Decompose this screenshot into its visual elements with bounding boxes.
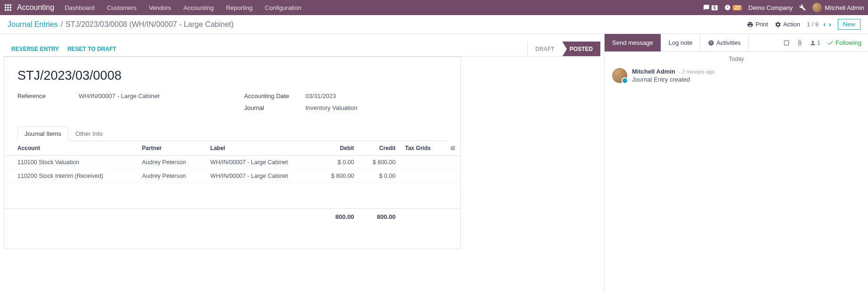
cell-account[interactable]: 110200 Stock Interim (Received)	[4, 169, 137, 183]
col-credit[interactable]: Credit	[359, 141, 400, 156]
action-label: Action	[783, 21, 800, 28]
avatar	[812, 3, 822, 12]
action-button[interactable]: Action	[775, 21, 800, 28]
breadcrumb-current: STJ/2023/03/0008 (WH/IN/00007 - Large Ca…	[66, 20, 234, 29]
cell-debit[interactable]: $ 800.00	[317, 169, 359, 183]
cell-account[interactable]: 110100 Stock Valuation	[4, 156, 137, 169]
col-tax[interactable]: Tax Grids	[400, 141, 445, 156]
navbar: Accounting Dashboard Customers Vendors A…	[0, 0, 868, 15]
svg-rect-0	[5, 4, 7, 6]
svg-rect-2	[10, 4, 12, 6]
message-time: - 2 minutes ago	[679, 69, 715, 75]
nav-reporting[interactable]: Reporting	[226, 4, 253, 11]
nav-configuration[interactable]: Configuration	[265, 4, 301, 11]
message-author[interactable]: Mitchell Admin	[632, 68, 675, 75]
status-posted[interactable]: POSTED	[562, 42, 600, 56]
followers-count: 1	[817, 39, 820, 46]
cell-tax[interactable]	[400, 169, 445, 183]
record-title: STJ/2023/03/0008	[17, 68, 447, 83]
user-name: Mitchell Admin	[825, 4, 864, 11]
status-widget: DRAFT POSTED	[527, 42, 600, 56]
cell-label[interactable]: WH/IN/00007 - Large Cabinet	[205, 156, 317, 169]
form-sheet: STJ/2023/03/0008 Reference WH/IN/00007 -…	[4, 57, 461, 249]
cell-tax[interactable]	[400, 156, 445, 169]
activities-indicator[interactable]: 27	[724, 4, 742, 11]
apps-icon[interactable]	[4, 3, 12, 12]
following-button[interactable]: Following	[827, 39, 861, 46]
nav-menu: Dashboard Customers Vendors Accounting R…	[65, 4, 301, 11]
col-account[interactable]: Account	[4, 141, 137, 156]
svg-rect-5	[10, 7, 12, 8]
activities-label: Activities	[716, 39, 740, 46]
company-switcher[interactable]: Demo Company	[748, 4, 793, 11]
send-message-button[interactable]: Send message	[605, 34, 661, 51]
accounting-date-label: Accounting Date	[244, 92, 305, 100]
nav-customers[interactable]: Customers	[107, 4, 137, 11]
sheet-tabs: Journal Items Other Info	[17, 126, 447, 141]
nav-vendors[interactable]: Vendors	[149, 4, 172, 11]
nav-accounting[interactable]: Accounting	[183, 4, 213, 11]
statusbar: REVERSE ENTRY RESET TO DRAFT DRAFT POSTE…	[4, 42, 600, 57]
user-menu[interactable]: Mitchell Admin	[812, 3, 864, 12]
reference-value[interactable]: WH/IN/00007 - Large Cabinet	[79, 92, 159, 100]
total-debit: 800.00	[317, 209, 359, 226]
journal-value[interactable]: Inventory Valuation	[305, 103, 357, 111]
accounting-date-value[interactable]: 03/31/2023	[305, 92, 336, 100]
cell-opts	[445, 169, 460, 183]
control-panel: Journal Entries / STJ/2023/03/0008 (WH/I…	[0, 15, 868, 34]
pager-text[interactable]: 1 / 8	[807, 21, 819, 28]
attachments-icon[interactable]	[783, 40, 790, 46]
reset-to-draft-button[interactable]: RESET TO DRAFT	[67, 46, 116, 52]
cell-credit[interactable]: $ 0.00	[359, 169, 400, 183]
cell-partner[interactable]: Audrey Peterson	[137, 156, 205, 169]
table-row[interactable]: 110200 Stock Interim (Received)Audrey Pe…	[4, 169, 460, 183]
svg-rect-6	[5, 9, 7, 11]
svg-rect-3	[5, 7, 7, 8]
messages-count: 5	[712, 5, 718, 10]
following-label: Following	[835, 39, 861, 46]
col-partner[interactable]: Partner	[137, 141, 205, 156]
log-note-button[interactable]: Log note	[661, 34, 701, 51]
message-body: Journal Entry created	[632, 76, 714, 83]
journal-label: Journal	[244, 103, 305, 111]
svg-rect-1	[7, 4, 9, 6]
table-row[interactable]: 110100 Stock ValuationAudrey PetersonWH/…	[4, 156, 460, 169]
cell-label[interactable]: WH/IN/00007 - Large Cabinet	[205, 169, 317, 183]
col-debit[interactable]: Debit	[317, 141, 359, 156]
debug-icon[interactable]	[799, 4, 806, 11]
print-button[interactable]: Print	[747, 21, 768, 28]
status-draft[interactable]: DRAFT	[527, 42, 562, 56]
print-label: Print	[755, 21, 768, 28]
journal-items-table: Account Partner Label Debit Credit Tax G…	[4, 141, 460, 225]
chatter-message: Mitchell Admin - 2 minutes ago Journal E…	[605, 66, 868, 85]
breadcrumb-parent[interactable]: Journal Entries	[8, 20, 58, 29]
col-label[interactable]: Label	[205, 141, 317, 156]
cell-opts	[445, 156, 460, 169]
svg-rect-4	[7, 7, 9, 8]
breadcrumb-sep: /	[61, 20, 63, 29]
nav-dashboard[interactable]: Dashboard	[65, 4, 95, 11]
breadcrumb: Journal Entries / STJ/2023/03/0008 (WH/I…	[8, 20, 234, 29]
tab-other-info[interactable]: Other Info	[68, 126, 110, 141]
pager-prev-icon[interactable]: ‹	[823, 20, 826, 29]
pager: 1 / 8 ‹ ›	[807, 20, 831, 29]
svg-rect-7	[7, 9, 9, 11]
reference-label: Reference	[17, 92, 79, 100]
col-options-icon[interactable]	[445, 141, 460, 156]
new-button[interactable]: New	[838, 19, 860, 30]
activities-button[interactable]: Activities	[700, 34, 748, 51]
app-name[interactable]: Accounting	[17, 3, 54, 12]
messages-indicator[interactable]: 5	[703, 4, 718, 11]
tab-journal-items[interactable]: Journal Items	[17, 126, 68, 141]
message-avatar[interactable]	[612, 68, 627, 83]
cell-debit[interactable]: $ 0.00	[317, 156, 359, 169]
attachment-clip-icon[interactable]	[796, 40, 803, 46]
chatter: Send message Log note Activities 1	[604, 34, 868, 293]
followers-button[interactable]: 1	[810, 39, 820, 46]
pager-next-icon[interactable]: ›	[829, 20, 831, 29]
reverse-entry-button[interactable]: REVERSE ENTRY	[11, 46, 59, 52]
svg-rect-8	[10, 9, 12, 11]
cell-credit[interactable]: $ 800.00	[359, 156, 400, 169]
cell-partner[interactable]: Audrey Peterson	[137, 169, 205, 183]
activities-count: 27	[733, 5, 742, 10]
